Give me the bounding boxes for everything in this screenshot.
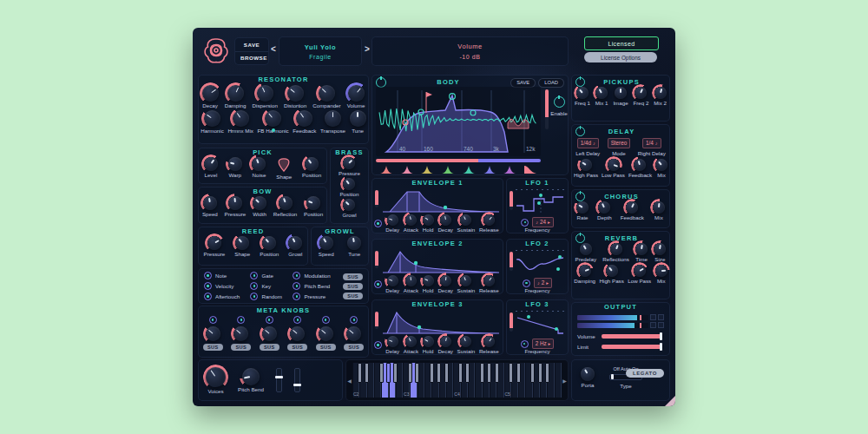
knob-control[interactable] bbox=[654, 243, 666, 255]
body-crossover-bar[interactable] bbox=[376, 159, 541, 162]
mod-source-pressure[interactable]: Pressure bbox=[293, 293, 339, 300]
filter-band-icon[interactable] bbox=[500, 164, 521, 174]
knob-control[interactable] bbox=[654, 87, 667, 99]
knob-control[interactable] bbox=[206, 367, 226, 387]
knob-control[interactable] bbox=[319, 326, 333, 341]
knob-control[interactable] bbox=[202, 85, 219, 102]
knob-control[interactable] bbox=[319, 236, 333, 250]
mod-source-random[interactable]: Random bbox=[250, 293, 289, 300]
body-enable-power-button[interactable] bbox=[554, 96, 565, 108]
mod-source-modulation[interactable]: Modulation bbox=[293, 272, 339, 279]
meta-mod-icon[interactable] bbox=[237, 316, 245, 324]
lfo-1-mod-icon[interactable] bbox=[521, 219, 529, 227]
delay-power-icon[interactable] bbox=[575, 127, 585, 136]
knob-control[interactable] bbox=[347, 236, 361, 250]
lfo-3-amount-slider[interactable] bbox=[510, 312, 513, 332]
knob-control[interactable] bbox=[405, 275, 417, 286]
knob-control[interactable] bbox=[228, 196, 242, 210]
black-key-F#5[interactable] bbox=[530, 363, 535, 383]
pick-shape-control[interactable] bbox=[276, 157, 292, 173]
knob-control[interactable] bbox=[460, 214, 471, 226]
black-key-D#4[interactable] bbox=[465, 363, 470, 383]
save-button[interactable]: SAVE bbox=[235, 38, 268, 52]
black-key-D#2[interactable] bbox=[365, 363, 369, 383]
mod-source-key[interactable]: Key bbox=[250, 282, 289, 290]
delay-left-time-box[interactable]: 1/4d♪ bbox=[577, 138, 599, 148]
knob-control[interactable] bbox=[348, 85, 365, 102]
knob-control[interactable] bbox=[626, 201, 638, 214]
knob-control[interactable] bbox=[405, 214, 417, 226]
knob-control[interactable] bbox=[610, 243, 622, 255]
black-key-A#3[interactable] bbox=[444, 363, 449, 383]
black-key-F#2[interactable] bbox=[379, 363, 384, 383]
black-key-C#5[interactable] bbox=[509, 363, 513, 383]
browse-button[interactable]: BROWSE bbox=[235, 52, 268, 65]
knob-control[interactable] bbox=[387, 214, 398, 226]
lfo-1-graph[interactable] bbox=[515, 192, 565, 214]
knob-control[interactable] bbox=[262, 326, 277, 341]
meta-mod-icon[interactable] bbox=[266, 316, 273, 324]
knob-control[interactable] bbox=[203, 196, 217, 210]
knob-control[interactable] bbox=[227, 85, 244, 102]
sus-toggle[interactable]: SUS bbox=[343, 283, 363, 290]
knob-control[interactable] bbox=[235, 236, 249, 250]
mod-source-velocity[interactable]: Velocity bbox=[204, 282, 247, 290]
sus-toggle[interactable]: SUS bbox=[316, 344, 336, 351]
filter-band-icon[interactable] bbox=[397, 164, 418, 174]
knob-control[interactable] bbox=[306, 196, 320, 210]
knob-control[interactable] bbox=[346, 326, 361, 341]
knob-control[interactable] bbox=[296, 110, 312, 127]
knob-control[interactable] bbox=[305, 157, 319, 171]
sus-toggle[interactable]: SUS bbox=[344, 344, 364, 351]
knob-control[interactable] bbox=[606, 265, 618, 277]
sus-toggle[interactable]: SUS bbox=[287, 344, 307, 351]
preset-display[interactable]: Yuli Yolo Fragile bbox=[279, 36, 362, 66]
lfo-3-mod-icon[interactable] bbox=[521, 340, 529, 348]
knob-control[interactable] bbox=[483, 336, 495, 347]
mod-source-pitch-bend[interactable]: Pitch Bend bbox=[293, 282, 339, 290]
knob-control[interactable] bbox=[207, 236, 221, 250]
envelope-1-mod-icon[interactable] bbox=[374, 220, 382, 227]
black-key-C#2[interactable] bbox=[358, 363, 362, 383]
knob-control[interactable] bbox=[580, 159, 592, 171]
envelope-2-mod-icon[interactable] bbox=[374, 280, 382, 288]
preset-prev-button[interactable]: < bbox=[271, 44, 276, 54]
knob-control[interactable] bbox=[319, 85, 335, 102]
sus-toggle[interactable]: SUS bbox=[260, 344, 279, 351]
resize-handle[interactable] bbox=[665, 396, 675, 406]
filter-band-icon[interactable] bbox=[418, 164, 438, 174]
envelope-3-mod-icon[interactable] bbox=[374, 341, 382, 349]
sus-toggle[interactable]: SUS bbox=[343, 273, 363, 280]
reverb-power-icon[interactable] bbox=[575, 233, 585, 243]
sus-toggle[interactable]: SUS bbox=[231, 344, 251, 351]
knob-control[interactable] bbox=[483, 214, 495, 226]
sus-toggle[interactable]: SUS bbox=[203, 344, 223, 351]
knob-control[interactable] bbox=[635, 243, 648, 255]
knob-control[interactable] bbox=[233, 326, 248, 341]
knob-control[interactable] bbox=[350, 110, 366, 127]
output-volume-slider[interactable] bbox=[602, 334, 664, 339]
envelope-1-graph[interactable] bbox=[381, 188, 501, 213]
knob-control[interactable] bbox=[653, 201, 665, 214]
black-key-A#2[interactable] bbox=[393, 363, 398, 383]
knob-control[interactable] bbox=[257, 85, 273, 102]
knob-control[interactable] bbox=[440, 214, 451, 226]
envelope-3-amount-slider[interactable] bbox=[375, 312, 378, 329]
knob-control[interactable] bbox=[387, 275, 398, 286]
knob-control[interactable] bbox=[343, 199, 355, 211]
knob-control[interactable] bbox=[252, 157, 266, 171]
knob-control[interactable] bbox=[579, 265, 591, 277]
knob-control[interactable] bbox=[343, 178, 355, 190]
knob-control[interactable] bbox=[615, 87, 627, 99]
mini-slider-2[interactable] bbox=[294, 368, 300, 392]
knob-control[interactable] bbox=[253, 196, 266, 210]
knob-control[interactable] bbox=[483, 275, 495, 286]
mod-source-aftertouch[interactable]: Aftertouch bbox=[204, 293, 247, 300]
filter-band-icon[interactable] bbox=[458, 164, 479, 174]
knob-control[interactable] bbox=[423, 214, 434, 226]
knob-control[interactable] bbox=[423, 336, 434, 347]
sus-toggle[interactable]: SUS bbox=[343, 293, 363, 299]
black-key-C#3[interactable] bbox=[408, 363, 412, 383]
meta-mod-icon[interactable] bbox=[350, 316, 358, 324]
knob-control[interactable] bbox=[206, 326, 220, 341]
